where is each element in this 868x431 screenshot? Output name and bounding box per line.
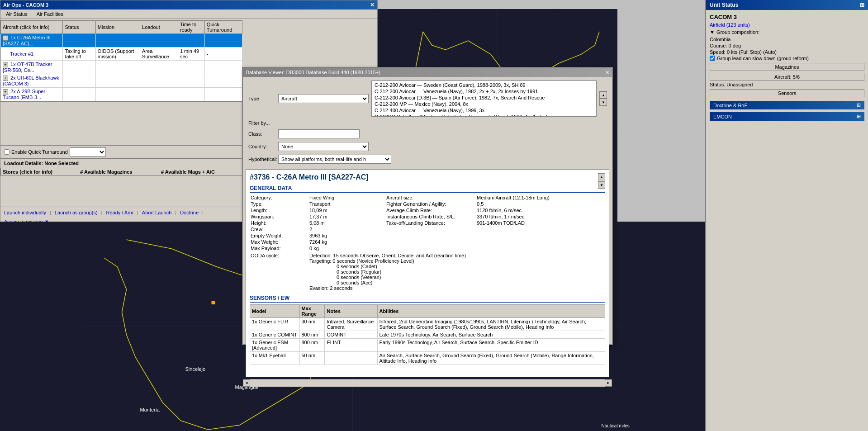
sensors-col-model: Model: [250, 305, 300, 318]
expand-arrow[interactable]: ▼: [710, 29, 715, 35]
expand-btn[interactable]: +: [3, 76, 8, 81]
emcon-expand-icon: ⊞: [857, 114, 861, 119]
h-scroll-right[interactable]: ►: [605, 379, 612, 387]
table-row[interactable]: + 2x UH-60L Blackhawk (CACOM 3): [1, 74, 242, 88]
sensor-model: 1x Mk1 Eyeball: [250, 352, 300, 365]
aircraft-count: Aircraft: 5/6: [710, 73, 864, 81]
instclimb-value: 3370 ft/min, 17 m/sec: [476, 213, 605, 220]
table-row[interactable]: + 2x A-29B Super Tucano [EMB-3...: [1, 88, 242, 101]
general-data-header: GENERAL DATA: [250, 185, 605, 193]
launch-group-link[interactable]: Launch as group(s): [55, 210, 98, 215]
list-item[interactable]: C-212PM Patrullero [Maritime Patroller] …: [373, 114, 595, 117]
unit-status-expand[interactable]: ⊞: [860, 2, 864, 8]
mission-cell: [95, 88, 140, 101]
detail-scroll-down[interactable]: ▼: [598, 181, 605, 189]
quick-turnaround-select[interactable]: [70, 147, 106, 156]
col-aircraft: Aircraft (click for info): [1, 21, 63, 34]
table-row[interactable]: + 1x OT-47B Tracker [SR-560, Ce...: [1, 61, 242, 74]
abort-launch-link[interactable]: Abort Launch: [142, 210, 171, 215]
expand-btn[interactable]: +: [3, 62, 8, 67]
emcon-expander[interactable]: EMCON ⊞: [710, 112, 864, 121]
fgen-value: 0,5: [476, 201, 605, 207]
quick-turnaround-checkbox[interactable]: [4, 149, 9, 155]
main-title-bar: Air Ops - CACOM 3 ✕: [0, 0, 377, 9]
doctrine-roe-expander[interactable]: Doctrine & RoE ⊞: [710, 101, 864, 109]
ooda-detection: Detection: 15 seconds Observe, Orient, D…: [308, 252, 605, 291]
list-item[interactable]: C-212-200 Aviocar — Sweden (Coast Guard)…: [373, 82, 595, 88]
table-row[interactable]: Tracker #1 Taxiing to take off OIDOS (Su…: [1, 47, 242, 61]
tod-label: Take-off/Landing Distance:: [385, 220, 476, 226]
cat-label: Category:: [250, 194, 308, 201]
menu-air-status[interactable]: Air Status: [2, 10, 31, 18]
ws-label: Wingspan:: [250, 213, 308, 220]
list-item[interactable]: C-212-200 MP — Mexico (Navy), 2004, 8x: [373, 101, 595, 107]
expand-btn[interactable]: +: [3, 35, 8, 41]
fgen-label: Fighter Generation / Agility:: [385, 201, 476, 207]
close-button[interactable]: ✕: [370, 2, 375, 8]
mission-cell: [95, 74, 140, 88]
speed-row: Speed: 0 kts (Full Stop) (Auto): [710, 49, 864, 55]
sensor-notes: COMINT: [325, 331, 377, 339]
sensors-col-range: Max Range: [299, 305, 325, 318]
svg-text:Montería: Montería: [140, 407, 160, 412]
general-data-table: Category: Fixed Wing Aircraft size: Medi…: [250, 194, 605, 251]
detail-title: #3736 - C-26A Metro III [SA227-AC]: [250, 173, 605, 181]
list-item[interactable]: C-212-400 Aviocar — Venezuela (Navy), 19…: [373, 107, 595, 114]
mw-label: Max Weight:: [250, 239, 308, 245]
detail-panel: ▲ ▼ #3736 - C-26A Metro III [SA227-AC] G…: [246, 169, 609, 377]
mission-cell: OIDOS (Support mission): [95, 47, 140, 61]
doctrine-link[interactable]: Doctrine: [180, 210, 199, 215]
aircraft-list-right[interactable]: C-212-200 Aviocar — Sweden (Coast Guard)…: [371, 81, 597, 117]
list-item[interactable]: C-212-200 Aviocar — Venezuela (Navy), 19…: [373, 88, 595, 95]
stores-col-2: # Available Magazines: [78, 168, 159, 176]
aircraft-link[interactable]: 2x A-29B Super Tucano [EMB-3...: [3, 89, 45, 100]
sensors-header: SENSORS / EW: [250, 295, 605, 303]
col-time-ready: Time to ready: [178, 21, 204, 34]
type-select[interactable]: Aircraft: [278, 94, 369, 103]
scroll-down-btn[interactable]: ▼: [600, 99, 607, 106]
sensor-range: 30 nm: [299, 318, 325, 331]
h-scroll-left[interactable]: ◄: [243, 379, 250, 387]
time-ready-cell: 1 min 49 sec: [178, 47, 204, 61]
database-viewer: Database Viewer: DB3000 Database Build 4…: [242, 67, 613, 345]
ht-value: 5,08 m: [308, 220, 385, 226]
list-item[interactable]: C-212-200 Aviocar [D.3B] — Spain (Air Fo…: [373, 95, 595, 101]
quick-ta-cell: [204, 34, 242, 47]
menu-air-facilities[interactable]: Air Facilities: [33, 10, 67, 18]
air-table: Aircraft (click for info) Status Mission…: [0, 20, 242, 101]
unit-status-panel: Unit Status ⊞ CACOM 3 Airfield (123 unit…: [705, 0, 868, 431]
size-label: Aircraft size:: [385, 194, 476, 201]
sensors-button[interactable]: Sensors: [710, 89, 864, 97]
aircraft-link[interactable]: 1x OT-47B Tracker [SR-560, Ce...: [3, 62, 52, 73]
sensor-notes: ELINT: [325, 339, 377, 352]
detail-scroll-up[interactable]: ▲: [598, 173, 605, 180]
len-value: 18,09 m: [308, 207, 385, 213]
table-row[interactable]: + 1x C-26A Metro III [SA227-AC]...: [1, 34, 242, 47]
aircraft-link[interactable]: 1x C-26A Metro III [SA227-AC]...: [3, 35, 51, 46]
doctrine-roe-label: Doctrine & RoE: [713, 103, 748, 108]
h-scroll-track[interactable]: [250, 379, 605, 387]
col-quick-ta: Quick Turnaround: [204, 21, 242, 34]
air-status-panel: Aircraft (click for info) Status Mission…: [0, 20, 242, 102]
instclimb-label: Instantaneous Climb Rate, S/L:: [385, 213, 476, 220]
expand-btn[interactable]: +: [3, 89, 8, 95]
sensor-row: 1x Generic ESM [Advanced] 800 nm ELINT E…: [250, 339, 605, 352]
db-close-button[interactable]: ✕: [605, 70, 609, 76]
aircraft-link[interactable]: Tracker #1: [10, 51, 33, 57]
ready-arm-link[interactable]: Ready / Arm: [106, 210, 133, 215]
country-select[interactable]: None: [278, 142, 369, 151]
ew-label: Empty Weight:: [250, 232, 308, 239]
group-lead-checkbox[interactable]: [710, 56, 715, 61]
quick-turnaround-label: Enable Quick Turnaround: [11, 149, 68, 155]
launch-individually-link[interactable]: Launch individually: [4, 210, 46, 215]
airfield-link[interactable]: Airfield (123 units): [710, 22, 750, 28]
scroll-up-btn[interactable]: ▲: [600, 91, 607, 99]
quick-ta-cell: [204, 61, 242, 74]
stores-table: Stores (click for info) # Available Maga…: [0, 168, 242, 207]
magazines-button[interactable]: Magazines: [710, 63, 864, 71]
country-filter-row: Country: None: [246, 140, 609, 153]
hypothetical-select[interactable]: Show all platforms, both real-life and h: [278, 155, 391, 164]
aircraft-link[interactable]: 2x UH-60L Blackhawk (CACOM 3): [3, 75, 59, 86]
db-title: Database Viewer: DB3000 Database Build 4…: [246, 70, 380, 75]
class-input[interactable]: [278, 129, 360, 138]
